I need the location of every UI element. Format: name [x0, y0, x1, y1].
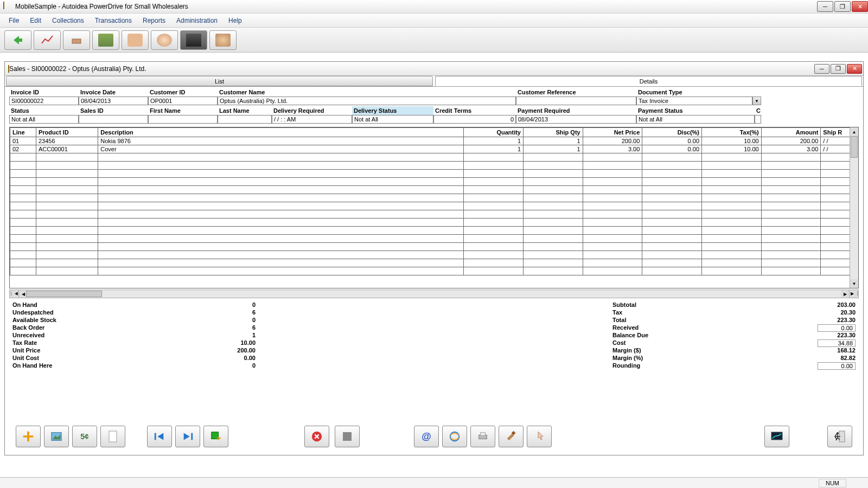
scroll-last-icon[interactable]: ▶⎹	[850, 290, 858, 298]
scroll-up-icon[interactable]: ▲	[850, 127, 858, 136]
menu-reports[interactable]: Reports	[137, 15, 171, 27]
header-row-1: Invoice ID SI00000022 Invoice Date 08/04…	[9, 88, 859, 105]
minimize-button[interactable]: ─	[817, 1, 833, 12]
menu-administration[interactable]: Administration	[171, 15, 223, 27]
sales-id-field[interactable]	[79, 115, 148, 124]
child-close-button[interactable]: ✕	[847, 64, 862, 74]
col-quantity[interactable]: Quantity	[464, 128, 524, 137]
scroll-down-icon[interactable]: ▼	[850, 279, 858, 288]
window-title: MobileSample - Autoidea PowerDrive for S…	[15, 3, 816, 10]
scroll-right-icon[interactable]: ▶	[841, 290, 850, 298]
first-name-field[interactable]	[148, 115, 218, 124]
first-record-button[interactable]	[147, 426, 172, 447]
status-num: NUM	[819, 479, 846, 487]
table-row[interactable]	[10, 243, 858, 251]
close-button[interactable]: ✕	[852, 1, 868, 12]
image-button[interactable]	[44, 426, 69, 447]
table-row[interactable]	[10, 219, 858, 227]
col-amount[interactable]: Amount	[761, 128, 821, 137]
table-row[interactable]	[10, 210, 858, 219]
maximize-button[interactable]: ❐	[834, 1, 851, 12]
cancel-button[interactable]	[304, 426, 329, 447]
customer-ref-label: Customer Reference	[516, 88, 636, 97]
person-button[interactable]	[151, 30, 178, 50]
menu-help[interactable]: Help	[223, 15, 247, 27]
col-tax[interactable]: Tax(%)	[702, 128, 762, 137]
line-items-grid[interactable]: Line Product ID Description Quantity Shi…	[9, 127, 859, 288]
hscroll-thumb[interactable]	[26, 291, 102, 297]
table-row[interactable]	[10, 202, 858, 210]
tab-list[interactable]: List	[6, 76, 433, 86]
email-button[interactable]: @	[414, 426, 439, 447]
child-restore-button[interactable]: ❐	[831, 64, 846, 74]
last-name-field[interactable]	[218, 115, 272, 124]
hand-button[interactable]	[122, 30, 149, 50]
hammer-button[interactable]	[499, 426, 524, 447]
customer-ref-field[interactable]	[516, 97, 636, 105]
invoice-date-field[interactable]: 08/04/2013	[79, 97, 148, 105]
invoice-id-field[interactable]: SI00000022	[9, 97, 79, 105]
back-button[interactable]	[4, 30, 31, 50]
price-button[interactable]: 5¢	[72, 426, 97, 447]
customer-id-field[interactable]: OP0001	[148, 97, 218, 105]
table-row[interactable]	[10, 153, 858, 162]
customer-name-field[interactable]: Optus (Australia) Pty. Ltd.	[218, 97, 516, 105]
money-button[interactable]	[92, 30, 119, 50]
keyboard-button[interactable]	[180, 30, 207, 50]
table-row[interactable]	[10, 162, 858, 170]
exit-button[interactable]	[827, 426, 852, 447]
svg-marker-5	[157, 433, 163, 440]
main-titlebar: MobileSample - Autoidea PowerDrive for S…	[0, 0, 868, 14]
delivery-req-field[interactable]: / / : : AM	[272, 115, 352, 124]
table-row[interactable]: 0123456Nokia 987611200.000.0010.00200.00…	[10, 137, 858, 145]
table-row[interactable]	[10, 267, 858, 275]
vscroll-thumb[interactable]	[851, 136, 858, 158]
col-disc[interactable]: Disc(%)	[642, 128, 702, 137]
table-row[interactable]	[10, 178, 858, 186]
next-record-button[interactable]	[175, 426, 200, 447]
table-row[interactable]	[10, 235, 858, 243]
col-description[interactable]: Description	[98, 128, 464, 137]
scroll-first-icon[interactable]: ⎸◀	[10, 290, 18, 298]
summary-panels: On Hand0Undespatched6Available Stock0Bac…	[9, 301, 859, 372]
menu-collections[interactable]: Collections	[47, 15, 90, 27]
table-row[interactable]: 02ACC00001Cover113.000.0010.003.00/ /	[10, 145, 858, 153]
product-button[interactable]	[63, 30, 90, 50]
col-product-id[interactable]: Product ID	[36, 128, 98, 137]
col-net-price[interactable]: Net Price	[583, 128, 642, 137]
grid-hscrollbar[interactable]: ⎸◀ ◀ ▶ ▶⎹	[9, 290, 859, 298]
child-minimize-button[interactable]: ─	[814, 64, 829, 74]
credit-terms-field[interactable]: 0	[433, 115, 516, 124]
delivery-status-field[interactable]: Not at All	[352, 115, 433, 124]
pointer-button[interactable]	[527, 426, 552, 447]
table-row[interactable]	[10, 227, 858, 235]
monitor-button[interactable]	[764, 426, 789, 447]
browser-button[interactable]	[442, 426, 467, 447]
chart-button[interactable]	[34, 30, 61, 50]
table-row[interactable]	[10, 186, 858, 194]
col-line[interactable]: Line	[10, 128, 36, 137]
payment-status-field[interactable]: Not at All	[636, 115, 755, 124]
print-button[interactable]	[470, 426, 495, 447]
extra-c-field[interactable]	[755, 115, 761, 124]
stop-button[interactable]	[335, 426, 360, 447]
table-row[interactable]	[10, 170, 858, 178]
tab-details[interactable]: Details	[435, 76, 862, 86]
doc-type-dropdown-icon[interactable]: ▼	[752, 97, 761, 105]
table-row[interactable]	[10, 194, 858, 202]
table-row[interactable]	[10, 251, 858, 259]
status-field[interactable]: Not at All	[9, 115, 79, 124]
user-button[interactable]	[209, 30, 237, 50]
doc-type-field[interactable]: Tax Invoice	[636, 97, 752, 105]
payment-req-field[interactable]: 08/04/2013	[516, 115, 636, 124]
col-ship-qty[interactable]: Ship Qty	[524, 128, 583, 137]
document-button[interactable]	[100, 426, 125, 447]
add-button[interactable]	[16, 426, 41, 447]
new-line-button[interactable]	[203, 426, 228, 447]
grid-vscrollbar[interactable]: ▲ ▼	[850, 127, 858, 288]
menu-transactions[interactable]: Transactions	[90, 15, 137, 27]
table-row[interactable]	[10, 259, 858, 267]
menu-file[interactable]: File	[3, 15, 24, 27]
menu-edit[interactable]: Edit	[24, 15, 47, 27]
child-titlebar: Sales - SI00000022 - Optus (Australia) P…	[5, 62, 863, 76]
